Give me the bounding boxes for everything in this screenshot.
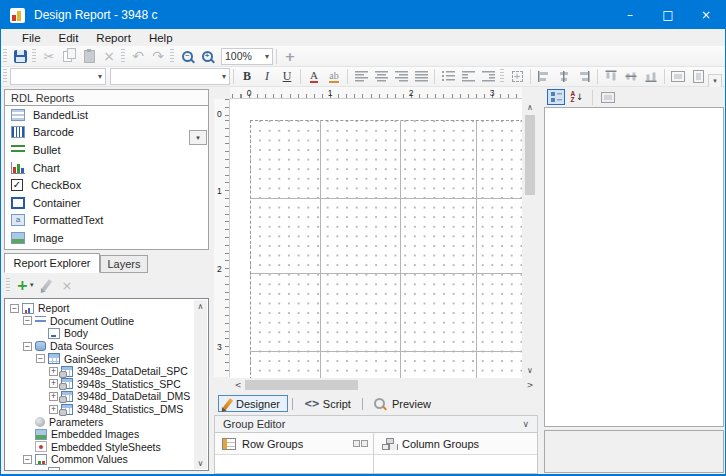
tree-item-data-sources[interactable]: − Data Sources [5,340,208,353]
toolbox-item-formattedtext[interactable]: a FormattedText [5,212,208,230]
scroll-up-icon[interactable]: ∧ [194,300,207,312]
toolbox-item-partial[interactable] [5,247,208,250]
scroll-left-icon[interactable]: < [232,378,244,392]
tab-preview[interactable]: Preview [367,395,438,412]
toolbar-grip[interactable] [170,49,174,64]
align-right-button[interactable] [391,68,411,86]
cut-button[interactable]: ✂ [39,47,59,65]
tree-item-dataset[interactable]: + 3948s_Statistics_SPC [5,378,208,391]
toolbar-grip[interactable] [6,278,10,293]
tree-item-dataset[interactable]: + 3948d_DataDetail_DMS [5,390,208,403]
toolbox-item-chart[interactable]: Chart [5,159,208,177]
make-same-width-button[interactable] [668,68,688,86]
toolbox-item-bullet[interactable]: Bullet [5,141,208,159]
align-rights-button[interactable] [574,68,594,86]
undo-button[interactable]: ↶ [128,47,148,65]
menu-edit[interactable]: Edit [50,31,88,45]
zoom-in-button[interactable]: + [197,47,217,65]
tree-item-common-values[interactable]: − Common Values [5,453,208,466]
toolbar-grip[interactable] [500,69,504,84]
scrollbar-thumb[interactable] [245,380,358,390]
menu-help[interactable]: Help [140,31,182,45]
increase-indent-button[interactable] [478,68,498,86]
align-lefts-button[interactable] [534,68,554,86]
tree-item-dataset[interactable]: + 3948s_DataDetail_SPC [5,365,208,378]
toolbox-header[interactable]: RDL Reports [4,89,209,106]
property-pages-button[interactable] [599,89,617,105]
bullet-list-button[interactable] [438,68,458,86]
edit-item-button[interactable] [37,276,57,294]
add-item-button[interactable]: + ▾ [13,276,37,294]
alphabetical-sort-button[interactable]: AZ ↓ [568,89,586,105]
decrease-indent-button[interactable] [458,68,478,86]
scroll-down-icon[interactable]: ∨ [194,457,207,469]
toolbar-grip[interactable] [32,49,36,64]
save-button[interactable] [10,47,30,65]
tree-item-embedded-images[interactable]: Embedded Images [5,428,208,441]
row-groups-header[interactable]: Row Groups [215,433,373,455]
zoom-level-combo[interactable]: 100% ▾ [221,48,273,65]
scrollbar-thumb[interactable] [525,115,535,195]
group-editor-header[interactable]: Group Editor ∨ [214,415,538,433]
make-same-size-button[interactable] [688,68,708,86]
row-group-mode-icon[interactable] [353,440,367,447]
bold-button[interactable]: B [237,68,257,86]
canvas-horizontal-scrollbar[interactable]: < > [230,378,538,392]
delete-item-button[interactable]: × [57,276,77,294]
tree-item-body[interactable]: Body [5,327,208,340]
toolbox-item-bandedlist[interactable]: BandedList [5,106,208,124]
collapse-chevron-icon[interactable]: ∨ [522,419,529,429]
expand-icon[interactable]: + [49,392,58,401]
categorized-button[interactable] [547,89,565,105]
underline-button[interactable]: U [277,68,297,86]
tab-report-explorer[interactable]: Report Explorer [4,253,100,273]
collapse-icon[interactable]: − [23,342,32,351]
report-page[interactable] [250,120,522,378]
expand-icon[interactable]: + [49,405,58,414]
maximize-button[interactable]: □ [649,1,687,29]
tab-designer[interactable]: Designer [218,395,288,412]
scroll-up-icon[interactable]: ∧ [522,101,538,113]
column-groups-header[interactable]: Column Groups [374,433,537,455]
redo-button[interactable]: ↷ [148,47,168,65]
tree-scrollbar[interactable]: ∧ ∨ [194,300,207,469]
tab-layers[interactable]: Layers [100,255,148,273]
pan-mode-button[interactable]: + [280,47,300,65]
snap-to-grid-button[interactable]: + [507,68,527,86]
scroll-right-icon[interactable]: > [524,378,536,392]
tree-item-gainseeker[interactable]: − GainSeeker [5,352,208,365]
font-size-combo[interactable]: ▾ [110,68,230,85]
scroll-down-icon[interactable]: ∨ [522,364,538,376]
menu-file[interactable]: File [13,31,50,45]
italic-button[interactable]: I [257,68,277,86]
copy-button[interactable] [59,47,79,65]
align-middles-button[interactable] [621,68,641,86]
collapse-icon[interactable]: − [10,304,19,313]
close-button[interactable]: × [687,1,725,29]
paste-button[interactable] [79,47,99,65]
toolbox-item-container[interactable]: Container [5,194,208,212]
align-centers-button[interactable] [554,68,574,86]
menu-report[interactable]: Report [87,31,140,45]
title-bar[interactable]: Design Report - 3948 c – □ × [1,1,725,29]
toolbar-overflow-button[interactable]: ▾ [708,74,722,88]
toolbox-item-checkbox[interactable]: ✓ CheckBox [5,176,208,194]
toolbar-grip[interactable] [3,69,7,84]
collapse-icon[interactable]: − [36,354,45,363]
tree-item-embedded-stylesheets[interactable]: Embedded StyleSheets [5,441,208,454]
toolbox-scroll-down-button[interactable]: ▾ [189,130,207,145]
zoom-out-button[interactable]: − [177,47,197,65]
text-effects-button[interactable]: ab [324,68,344,86]
font-color-button[interactable]: A [304,68,324,86]
tree-item-dataset[interactable]: + 3948d_Statistics_DMS [5,403,208,416]
tree-item-document-outline[interactable]: − Document Outline [5,315,208,328]
expand-icon[interactable]: + [49,379,58,388]
delete-button[interactable]: × [99,47,119,65]
tree-item-partial[interactable] [5,466,208,471]
collapse-icon[interactable]: − [23,316,32,325]
canvas-vertical-scrollbar[interactable]: ∧ ∨ [522,99,538,378]
minimize-button[interactable]: – [611,1,649,29]
tree-item-parameters[interactable]: Parameters [5,415,208,428]
align-justify-button[interactable] [411,68,431,86]
tab-script[interactable]: <> Script [297,395,358,412]
